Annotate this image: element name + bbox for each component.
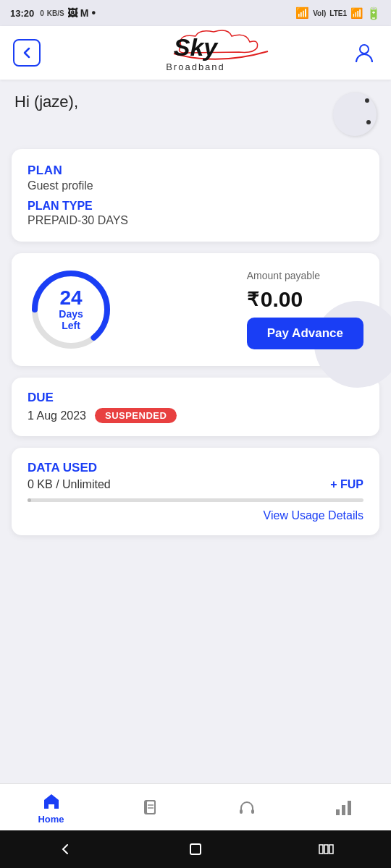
svg-rect-15 (329, 845, 333, 854)
days-number: 24 (49, 288, 93, 308)
due-card: DUE 1 Aug 2023 SUSPENDED (12, 378, 379, 436)
plan-value: Guest profile (28, 179, 363, 192)
data-card: DATA USED 0 KB / Unlimited + FUP View Us… (12, 448, 379, 535)
home-sys-button[interactable] (181, 835, 210, 864)
time: 13:20 (10, 8, 34, 19)
data-row: 0 KB / Unlimited + FUP (28, 478, 363, 491)
status-right: 📶 Vol) LTE1 📶 🔋 (295, 7, 381, 20)
amount-number: 0.00 (261, 287, 303, 312)
svg-rect-8 (251, 809, 254, 814)
plan-label: PLAN (28, 163, 363, 178)
battery-icon: 🔋 (366, 7, 381, 20)
circle-text: 24 Days Left (49, 288, 93, 331)
due-row: 1 Aug 2023 SUSPENDED (28, 408, 363, 423)
status-left: 13:20 0 KB/S 🖼 M • (10, 7, 96, 20)
bills-icon (140, 798, 161, 818)
progress-bar-fill (28, 498, 31, 502)
logo-sky-text: Sky (174, 33, 218, 61)
svg-rect-4 (146, 801, 155, 814)
pay-advance-button[interactable]: Pay Advance (247, 318, 363, 349)
nav-bills[interactable] (140, 798, 161, 818)
user-profile-button[interactable] (350, 39, 378, 67)
back-sys-button[interactable] (51, 835, 80, 864)
rupee-symbol: ₹ (247, 289, 259, 311)
logo-sky-wrap: Sky (174, 33, 218, 61)
amount-value: ₹ 0.00 (247, 287, 303, 312)
home-label: Home (38, 814, 64, 825)
back-button[interactable] (13, 39, 41, 67)
nav-stats[interactable] (333, 798, 353, 818)
plan-type-label: PLAN TYPE (28, 200, 363, 213)
days-label: Days Left (49, 308, 93, 331)
svg-rect-9 (336, 809, 340, 815)
wifi-icon: 📶 (295, 7, 309, 20)
stats-icon (333, 798, 353, 818)
kb-label: KB/S (47, 9, 64, 17)
nav-home[interactable]: Home (38, 791, 64, 825)
greeting-section: Hi (jaze), (0, 80, 391, 143)
lte-label: LTE1 (329, 9, 347, 17)
clock-dot-2 (366, 120, 371, 124)
status-bar: 13:20 0 KB/S 🖼 M • 📶 Vol) LTE1 📶 🔋 (0, 0, 391, 26)
svg-rect-14 (324, 845, 328, 854)
photo-icon: 🖼 (67, 7, 77, 19)
bottom-nav: Home (0, 783, 391, 830)
home-icon (41, 791, 62, 812)
system-nav-bar (0, 830, 391, 868)
progress-bar-bg (28, 498, 363, 502)
signal-label: Vol) (313, 9, 326, 17)
svg-rect-7 (240, 809, 243, 814)
clock-widget (333, 93, 377, 136)
logo: Sky Broadband (166, 33, 225, 72)
svg-rect-10 (342, 805, 345, 815)
due-label: DUE (28, 391, 363, 405)
clock-dot-1 (365, 98, 369, 103)
svg-point-0 (360, 45, 369, 54)
headset-icon (237, 798, 257, 818)
recents-sys-button[interactable] (311, 835, 340, 864)
greeting-text: Hi (jaze), (14, 93, 78, 111)
amount-payable-label: Amount payable (247, 270, 320, 281)
due-date: 1 Aug 2023 (28, 409, 86, 422)
svg-rect-12 (190, 844, 201, 854)
dot-icon: • (91, 7, 96, 20)
data-used-label: DATA USED (28, 461, 363, 475)
suspended-badge: SUSPENDED (95, 408, 177, 423)
logo-broadband-text: Broadband (166, 61, 225, 72)
nav-support[interactable] (237, 798, 257, 818)
view-usage-link[interactable]: View Usage Details (264, 509, 363, 522)
view-usage-row: View Usage Details (28, 509, 363, 522)
signal-bars-icon: 📶 (350, 7, 363, 19)
kb-indicator: 0 (40, 9, 44, 17)
svg-rect-11 (348, 801, 351, 815)
days-pay-card: 24 Days Left Amount payable ₹ 0.00 Pay A… (12, 253, 379, 366)
pay-section: Amount payable ₹ 0.00 Pay Advance (247, 270, 363, 349)
data-used-value: 0 KB / Unlimited (28, 478, 111, 491)
plan-type-value: PREPAID-30 DAYS (28, 214, 363, 227)
days-left-circle: 24 Days Left (28, 266, 114, 353)
fup-link[interactable]: + FUP (330, 478, 363, 491)
svg-rect-13 (319, 845, 323, 854)
mail-icon: M (80, 7, 89, 19)
header: Sky Broadband (0, 26, 391, 80)
plan-card: PLAN Guest profile PLAN TYPE PREPAID-30 … (12, 149, 379, 242)
